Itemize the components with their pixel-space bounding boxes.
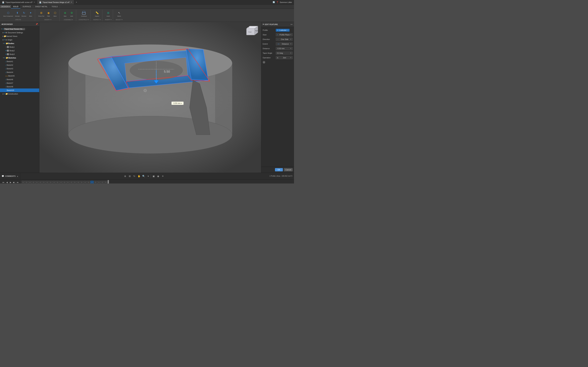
body3-vis[interactable]: 👁 — [5, 53, 7, 55]
tab-close-2[interactable]: ✕ — [71, 1, 72, 3]
tree-sketch2[interactable]: ◇ Sketch2 — [0, 63, 39, 67]
zoom-dropdown[interactable]: ▾ — [146, 174, 150, 178]
create-more-btn[interactable]: ✦ More — [28, 10, 34, 17]
timeline-feat-5[interactable]: ⬡ — [35, 181, 39, 184]
timeline-feat-15[interactable]: ⬡ — [70, 181, 73, 184]
timeline-feat-22[interactable]: ⬡ — [94, 181, 97, 184]
timeline-feat-10[interactable]: ⬡ — [52, 181, 56, 184]
tree-body1[interactable]: 👁 Body1 — [0, 45, 39, 49]
comments-expand-icon[interactable]: ▲ — [17, 175, 18, 177]
root-vis-icon[interactable]: 👁 — [2, 28, 4, 30]
info-icon[interactable]: ℹ — [263, 61, 265, 64]
orbit-btn[interactable]: ↻ — [132, 174, 136, 178]
timeline-feat-18[interactable]: ⬡ — [80, 181, 83, 184]
timeline-feat-25[interactable]: ⬡ — [104, 181, 107, 184]
doc-settings-vis[interactable]: 👁 — [4, 32, 5, 33]
tree-sketch8[interactable]: ◇ Sketch8 — [0, 85, 39, 88]
create-new-component-btn[interactable]: ⬡ New Component — [3, 10, 14, 17]
assemble-joint-btn[interactable]: ⚙ Joint — [69, 10, 75, 17]
tree-root[interactable]: ▼ 👁 Tripod Head Tension Hing... ⋯ — [0, 27, 39, 31]
dimension-label[interactable]: -5.50 mm ▸ — [172, 101, 183, 105]
tab-close-1[interactable]: ✕ — [34, 1, 35, 3]
bodies-vis[interactable]: 👁 — [4, 43, 6, 44]
modify-more-btn[interactable]: ⬡ More — [52, 10, 58, 17]
tree-body2[interactable]: 👁 Body2 — [0, 49, 39, 52]
timeline-prev-btn[interactable]: ◀ — [5, 181, 9, 184]
timeline-feat-2[interactable]: ⬡ — [25, 181, 28, 184]
tab-add-button[interactable]: ＋ — [74, 1, 79, 4]
tree-bodies[interactable]: ▼ 👁 📁 Bodies — [0, 42, 39, 45]
distance-dropdown[interactable]: -5.50 mm ▼ — [276, 47, 293, 50]
tree-sketch7[interactable]: ◇ Sketch7 — [0, 81, 39, 85]
assemble-new-btn[interactable]: ⊕ New — [62, 10, 68, 17]
root-expand[interactable]: ▼ — [1, 28, 2, 30]
timeline-feat-17[interactable]: ⬡ — [77, 181, 80, 184]
extent-dropdown[interactable]: ⊣⊢ Distance ▼ — [276, 42, 293, 45]
construct-offset-plane-btn[interactable]: Construct — [80, 10, 87, 17]
tree-named-views[interactable]: ▶ 📁 Named Views — [0, 34, 39, 38]
create-revolve-btn[interactable]: ↻ Revolve — [21, 10, 27, 17]
timeline-feat-23[interactable]: ⬡ — [97, 181, 101, 184]
view-cube[interactable]: Front Top Right — [245, 24, 259, 38]
tab-file2[interactable]: 💾 Tripod Head Tension Hinge v2 v4* ✕ — [37, 0, 74, 4]
zoom-btn[interactable]: 🔍 — [142, 174, 146, 178]
taper-angle-dropdown[interactable]: 0.0 deg ▼ — [276, 52, 293, 55]
timeline-feat-3[interactable]: ⬡ — [28, 181, 32, 184]
select-btn[interactable]: ↖ Select — [116, 10, 122, 17]
panel-expand-icon[interactable]: ▸▸ — [291, 23, 293, 25]
timeline-feat-14[interactable]: ⬡ — [66, 181, 69, 184]
tree-body3[interactable]: 👁 Body3 — [0, 52, 39, 56]
display-mode-btn[interactable]: ▣ — [152, 174, 156, 178]
tree-sketch4[interactable]: ◇ Sketch4 — [0, 70, 39, 74]
timeline-feat-12[interactable]: ⬡ — [59, 181, 63, 184]
profile-badge[interactable]: ↗ 1 selected ✕ — [276, 29, 290, 32]
origin-vis[interactable]: 👁 — [4, 39, 5, 41]
cancel-button[interactable]: Cancel — [284, 168, 293, 171]
construction-vis[interactable]: 👁 — [4, 93, 5, 95]
timeline-feat-13[interactable]: ⬡ — [63, 181, 66, 184]
timeline-feat-9[interactable]: ⬡ — [49, 181, 52, 184]
modify-press-pull-btn[interactable]: ⊞ Press Pull — [38, 10, 45, 17]
environment-btn[interactable]: ☀ — [161, 174, 165, 178]
dimension-expand-icon[interactable]: ▸ — [181, 102, 182, 104]
timeline-marker[interactable] — [108, 180, 109, 184]
sketches-vis[interactable]: 👁 — [4, 57, 6, 59]
timeline-feat-6[interactable]: ⬡ — [39, 181, 42, 184]
insert-btn[interactable]: ⊞ Insert — [105, 10, 111, 17]
tab-sheet-metal[interactable]: SHEET METAL — [33, 5, 50, 8]
body1-vis[interactable]: 👁 — [5, 46, 7, 48]
tree-sketch5[interactable]: ⚠◇ Sketch5 — [0, 74, 39, 78]
timeline-end-btn[interactable]: ⏭ — [16, 181, 19, 184]
tree-sketch10[interactable]: ◇ Sketch10 — [0, 88, 39, 92]
design-menu[interactable]: DESIGN ▾ — [0, 5, 11, 8]
timeline-beginning-btn[interactable]: ⏮ — [2, 181, 5, 184]
pan-btn[interactable]: ✋ — [137, 174, 141, 178]
tab-surface[interactable]: SURFACE — [20, 5, 33, 8]
tree-doc-settings[interactable]: ▶ 👁 ⚙ Document Settings — [0, 31, 39, 34]
start-dropdown[interactable]: ⊢ Profile Plane ▼ — [276, 33, 293, 36]
profile-clear-btn[interactable]: ✕ — [287, 29, 289, 31]
timeline-feat-21[interactable]: ⬡ — [90, 181, 94, 184]
browser-pin-icon[interactable]: 📌 — [36, 23, 38, 25]
tree-sketch1[interactable]: ◇ Sketch1 — [0, 60, 39, 63]
timeline-feat-11[interactable]: ⬡ — [56, 181, 59, 184]
visual-style-btn[interactable]: ◉ — [156, 174, 160, 178]
direction-dropdown[interactable]: → One Side ▼ — [276, 38, 293, 41]
tree-sketches[interactable]: ▼ 👁 📁 Sketches — [0, 56, 39, 60]
grid-btn[interactable]: ⊞ — [128, 174, 132, 178]
timeline-feat-7[interactable]: ⬡ — [42, 181, 45, 184]
inspect-measure-btn[interactable]: 📏 Inspect — [94, 10, 100, 17]
timeline-feat-1[interactable]: ⬡ — [21, 181, 25, 184]
timeline-feat-19[interactable]: ⬡ — [84, 181, 87, 184]
timeline-play-btn[interactable]: ▶ — [9, 181, 12, 184]
viewport[interactable]: 5.50 -5.50 mm ▸ Front Top Right — [39, 22, 261, 173]
tab-file1[interactable]: 💾 Tripod Hyperboloid with screw v3* ✕ — [0, 0, 37, 4]
timeline-feat-4[interactable]: ⬡ — [32, 181, 35, 184]
tree-sketch6[interactable]: ◇ Sketch6 — [0, 78, 39, 81]
create-extrude-btn[interactable]: ⬆ Extrude — [14, 10, 20, 17]
tab-solid[interactable]: SOLID — [11, 5, 20, 8]
timeline-feat-16[interactable]: ⬡ — [73, 181, 77, 184]
timeline-next-btn[interactable]: ▶| — [12, 181, 16, 184]
timeline-feat-20[interactable]: ⬡ — [87, 181, 90, 184]
tree-construction[interactable]: ▶ 👁 📁 Construction — [0, 92, 39, 96]
